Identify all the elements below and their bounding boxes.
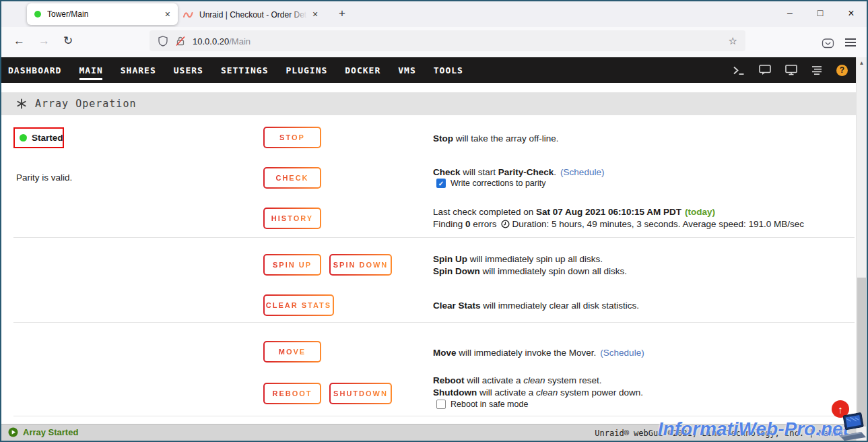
divider (13, 237, 855, 238)
feedback-chat-icon[interactable] (759, 65, 771, 75)
clock-icon (501, 220, 510, 228)
section-header: Array Operation (1, 92, 856, 115)
url-domain: 10.0.0.20 (193, 36, 229, 46)
spin-up-description: Spin Up will immediately spin up all dis… (433, 253, 603, 265)
last-check-line: Last check completed on Sat 07 Aug 2021 … (433, 206, 715, 218)
tab-title: Unraid | Checkout - Order Detail (199, 10, 307, 20)
log-icon[interactable] (811, 65, 822, 75)
checkbox-label: Write corrections to parity (450, 179, 545, 188)
watermark-text: InformatiWeb-Pro.net (658, 418, 849, 440)
stop-description: Stop will take the array off-line. (433, 133, 559, 145)
monitor-icon[interactable] (785, 65, 797, 75)
main-navigation: DASHBOARD MAIN SHARES USERS SETTINGS PLU… (1, 57, 856, 83)
tab-bar: Tower/Main × Unraid | Checkout - Order D… (1, 1, 867, 27)
help-icon[interactable]: ? (836, 65, 848, 76)
parity-status-text: Parity is valid. (16, 172, 72, 183)
clear-stats-button[interactable]: CLEAR STATS (263, 294, 334, 316)
nav-docker[interactable]: DOCKER (345, 65, 380, 75)
check-button[interactable]: CHECK (263, 167, 321, 189)
array-status-annotation: Started (13, 127, 64, 148)
maximize-button[interactable]: □ (811, 7, 829, 18)
insecure-lock-icon[interactable] (175, 36, 186, 46)
tab-title: Tower/Main (47, 9, 159, 19)
url-bar[interactable]: 10.0.0.20/Main ☆ (149, 30, 745, 51)
clear-stats-description: Clear Stats will immediately clear all d… (433, 300, 639, 312)
array-status-label: Started (32, 133, 63, 143)
forward-icon[interactable]: → (38, 35, 50, 46)
spin-down-description: Spin Down will immediately spin down all… (433, 265, 627, 278)
footer-array-status: Array Started (8, 427, 78, 437)
new-tab-button[interactable]: + (339, 7, 345, 20)
nav-dashboard[interactable]: DASHBOARD (8, 65, 61, 75)
play-circle-icon (8, 427, 18, 437)
schedule-link[interactable]: (Schedule) (600, 348, 644, 358)
safe-mode-checkbox-row: Reboot in safe mode (436, 400, 528, 409)
browser-window: Tower/Main × Unraid | Checkout - Order D… (0, 0, 868, 442)
move-button[interactable]: MOVE (263, 341, 321, 362)
close-tab-icon[interactable]: × (165, 9, 170, 19)
green-dot-favicon (34, 11, 41, 18)
spin-down-button[interactable]: SPIN DOWN (329, 254, 392, 276)
checkbox-label: Reboot in safe mode (450, 400, 528, 409)
status-green-dot (20, 134, 27, 141)
url-text[interactable]: 10.0.0.20/Main (193, 35, 251, 47)
nav-plugins[interactable]: PLUGINS (286, 65, 328, 75)
write-corrections-checkbox[interactable]: ✓ (436, 179, 446, 188)
divider (13, 322, 855, 323)
array-asterisk-icon (16, 98, 27, 109)
nav-tools[interactable]: TOOLS (434, 65, 463, 75)
scrollbar-up-icon[interactable]: ▲ (857, 60, 867, 66)
safe-mode-checkbox[interactable] (436, 400, 446, 409)
finding-errors-line: Finding 0 errorsDuration: 5 hours, 49 mi… (433, 218, 804, 230)
stop-button[interactable]: STOP (263, 127, 321, 148)
page-title: Array Operation (35, 98, 136, 110)
schedule-link[interactable]: (Schedule) (560, 167, 604, 177)
reboot-button[interactable]: REBOOT (263, 383, 321, 404)
unraid-wave-favicon (183, 10, 194, 19)
nav-utility-icons: ? (733, 57, 848, 83)
page-scrollbar[interactable]: ▲ (856, 57, 867, 441)
nav-main[interactable]: MAIN (79, 65, 102, 75)
shield-icon[interactable] (158, 36, 168, 46)
tab-tower-main[interactable]: Tower/Main × (27, 3, 178, 25)
tab-title-wrap: Unraid | Checkout - Order Detail (199, 8, 307, 20)
terminal-icon[interactable] (733, 65, 745, 75)
pocket-icon[interactable] (822, 37, 834, 50)
nav-users[interactable]: USERS (174, 65, 203, 75)
today-badge: (today) (685, 207, 715, 217)
bookmark-star-icon[interactable]: ☆ (729, 35, 737, 47)
nav-settings[interactable]: SETTINGS (221, 65, 269, 75)
minimize-button[interactable]: – (781, 7, 799, 18)
checkmark-icon: ✓ (438, 180, 444, 187)
nav-shares[interactable]: SHARES (121, 65, 156, 75)
spin-up-button[interactable]: SPIN UP (263, 254, 321, 276)
laptop-watermark-icon (838, 412, 867, 441)
tab-unraid-checkout[interactable]: Unraid | Checkout - Order Detail × (183, 3, 318, 25)
move-description: Move will immediately invoke the Mover.(… (433, 347, 644, 359)
back-icon[interactable]: ← (13, 35, 25, 46)
reboot-description: Reboot will activate a clean system rese… (433, 375, 602, 387)
divider (13, 416, 855, 416)
write-corrections-checkbox-row: ✓ Write corrections to parity (436, 179, 545, 188)
footer-status-text: Array Started (23, 427, 78, 437)
history-button[interactable]: HISTORY (263, 208, 321, 229)
url-path: /Main (229, 36, 251, 46)
menu-icon[interactable] (845, 38, 856, 46)
scrollbar-thumb[interactable] (857, 278, 866, 427)
shutdown-description: Shutdown will activate a clean system po… (433, 387, 643, 399)
shutdown-button[interactable]: SHUTDOWN (329, 383, 392, 404)
close-window-button[interactable]: × (842, 7, 860, 20)
close-tab-icon[interactable]: × (312, 9, 318, 19)
check-description: Check will start Parity-Check.(Schedule) (433, 166, 604, 179)
reload-icon[interactable]: ↻ (63, 35, 73, 46)
nav-vms[interactable]: VMS (398, 65, 415, 75)
